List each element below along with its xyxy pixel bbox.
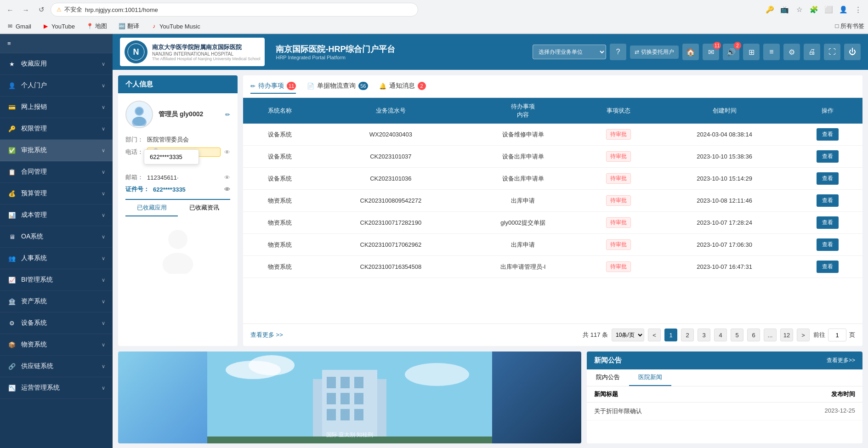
refresh-button[interactable]: ↺ (35, 3, 48, 16)
sidebar-item-supply-chain[interactable]: 🔗 供应链系统 ∨ (0, 356, 113, 377)
bookmark-star-icon[interactable]: ☆ (793, 3, 806, 16)
sidebar-item-operations[interactable]: 📉 运营管理系统 ∨ (0, 377, 113, 399)
page-4-button[interactable]: 4 (714, 329, 727, 341)
tab-hospital-news[interactable]: 医院新闻 (629, 369, 671, 386)
view-button[interactable]: 查看 (817, 194, 839, 207)
sidebar-item-reimbursement[interactable]: 💳 网上报销 ∨ (0, 96, 113, 118)
extension-icon[interactable]: 🧩 (807, 3, 820, 16)
list-button[interactable]: ≡ (763, 44, 780, 60)
business-unit-select[interactable]: 选择办理业务单位 (533, 45, 606, 59)
cell-time: 2023-10-07 17:06:30 (656, 234, 793, 256)
cast-icon[interactable]: 📺 (778, 3, 791, 16)
cell-system: 物资系统 (243, 212, 317, 234)
bookmark-maps[interactable]: 📍 地图 (83, 21, 110, 31)
news-panel: 新闻公告 查看更多>> 院内公告 医院新闻 新闻标题 发布时间 (587, 352, 862, 443)
password-icon[interactable]: 🔑 (763, 3, 776, 16)
sidebar-item-materials[interactable]: 📦 物资系统 ∨ (0, 334, 113, 356)
switch-user-button[interactable]: ⇄ 切换委托用户 (630, 45, 679, 59)
view-button[interactable]: 查看 (817, 261, 839, 273)
goto-page-input[interactable] (828, 329, 846, 341)
sidebar-item-budget[interactable]: 💰 预算管理 ∨ (0, 183, 113, 204)
bookmark-translate[interactable]: 🔤 翻译 (115, 21, 142, 31)
news-more-link[interactable]: 查看更多>> (827, 357, 855, 364)
tab-logistics[interactable]: 📄 单据物流查询 56 (307, 79, 368, 94)
notification-button[interactable]: ✉ 11 (703, 44, 719, 60)
sidebar-item-permissions[interactable]: 🔑 权限管理 ∨ (0, 118, 113, 140)
reimbursement-icon: 💳 (7, 102, 17, 112)
fullscreen-button[interactable]: ⛶ (824, 44, 840, 60)
chevron-icon-6: ∨ (102, 169, 105, 175)
bookmark-youtube-music-label: YouTube Music (159, 23, 200, 30)
hospital-name-block: 南京大学医学院附属南京国际医院 NANJING INTERNATIONAL HO… (152, 43, 260, 61)
sidebar-item-cost[interactable]: 📊 成本管理 ∨ (0, 204, 113, 226)
per-page-select[interactable]: 10条/页 (612, 329, 644, 341)
settings-button[interactable]: ⚙ (783, 44, 800, 60)
power-button[interactable]: ⏻ (844, 44, 861, 60)
next-page-button[interactable]: > (797, 329, 810, 341)
chevron-icon-12: ∨ (102, 299, 105, 305)
bookmark-youtube[interactable]: ▶ YouTube (40, 22, 78, 31)
sidebar-toggle-btn[interactable]: ≡ (0, 34, 113, 53)
prev-page-button[interactable]: < (648, 329, 661, 341)
table-row: 物资系统 CK2023100717062962 出库申请 待审批 2023-10… (243, 234, 862, 256)
sidebar-item-approval[interactable]: ✅ 审批系统 ∨ (0, 140, 113, 161)
all-bookmarks[interactable]: □ 所有书签 (835, 22, 864, 30)
page-3-button[interactable]: 3 (698, 329, 710, 341)
sidebar-item-personal-portal[interactable]: 👤 个人门户 ∨ (0, 75, 113, 96)
svg-point-11 (405, 363, 469, 386)
cert-eye-icon[interactable]: 👁 (224, 186, 230, 193)
cert-label: 证件号： (125, 185, 149, 193)
home-button[interactable]: 🏠 (682, 44, 699, 60)
tab-pending-tasks[interactable]: ✏ 待办事项 11 (250, 79, 296, 94)
email-eye-icon[interactable]: 👁 (224, 174, 230, 181)
address-bar[interactable]: ⚠ 不安全 hrp.njgjyy.com:10011/home (51, 3, 418, 17)
cell-serial: WX2024030403 (317, 124, 465, 146)
print-button[interactable]: 🖨 (804, 44, 820, 60)
sidebar-item-oa[interactable]: 🖥 OA系统 ∨ (0, 226, 113, 248)
help-button[interactable]: ? (610, 44, 626, 60)
tab-favorites-news[interactable]: 已收藏资讯 (178, 200, 230, 216)
page-5-button[interactable]: 5 (731, 329, 743, 341)
view-button[interactable]: 查看 (817, 150, 839, 163)
view-button[interactable]: 查看 (817, 216, 839, 229)
col-time: 创建时间 (656, 98, 793, 124)
sidebar-item-equipment[interactable]: ⚙ 设备系统 ∨ (0, 312, 113, 334)
back-button[interactable]: ← (4, 3, 17, 16)
page-6-button[interactable]: 6 (747, 329, 760, 341)
sidebar-toggle-icon[interactable]: ⬜ (822, 3, 835, 16)
equipment-icon: ⚙ (7, 318, 17, 328)
tab-favorites-app[interactable]: 已收藏应用 (125, 200, 178, 216)
portal-title-main: 南京国际医院-HRP综合门户平台 (276, 44, 395, 55)
forward-button[interactable]: → (19, 3, 32, 16)
page-12-button[interactable]: 12 (780, 329, 793, 341)
tab-internal-notice[interactable]: 院内公告 (587, 369, 629, 386)
sidebar-item-hr[interactable]: 👥 人事系统 ∨ (0, 248, 113, 269)
grid-button[interactable]: ⊞ (743, 44, 760, 60)
sidebar-item-favorites[interactable]: ★ 收藏应用 ∨ (0, 53, 113, 75)
chevron-down-icon: ∨ (102, 61, 105, 67)
audio-badge: 2 (734, 42, 741, 49)
audio-button[interactable]: 🔊 2 (723, 44, 739, 60)
tab-notifications[interactable]: 🔔 通知消息 2 (379, 79, 426, 94)
edit-profile-icon[interactable]: ✏ (225, 111, 230, 118)
bookmark-youtube-music[interactable]: ♪ YouTube Music (148, 22, 203, 31)
cell-time: 2024-03-04 08:38:14 (656, 124, 793, 146)
see-more-link[interactable]: 查看更多 >> (250, 331, 283, 339)
bell-icon: 🔔 (379, 83, 386, 90)
view-button[interactable]: 查看 (817, 128, 839, 141)
page-2-button[interactable]: 2 (681, 329, 694, 341)
phone-eye-icon[interactable]: 👁 (224, 149, 230, 156)
bookmark-translate-label: 翻译 (127, 22, 139, 30)
bookmark-gmail-label: Gmail (16, 23, 31, 30)
personal-info-title: 个人信息 (125, 80, 153, 88)
view-button[interactable]: 查看 (817, 238, 839, 251)
page-1-button[interactable]: 1 (664, 329, 677, 341)
content-area: 个人信息 管理员 gly0002 (113, 70, 868, 352)
bookmark-gmail[interactable]: ✉ Gmail (4, 22, 34, 31)
sidebar-item-assets[interactable]: 🏦 资产系统 ∨ (0, 291, 113, 312)
profile-icon[interactable]: 👤 (837, 3, 850, 16)
view-button[interactable]: 查看 (817, 172, 839, 185)
sidebar-item-contracts[interactable]: 📋 合同管理 ∨ (0, 161, 113, 183)
menu-icon[interactable]: ⋮ (851, 3, 864, 16)
sidebar-item-bi[interactable]: 📈 BI管理系统 ∨ (0, 269, 113, 291)
